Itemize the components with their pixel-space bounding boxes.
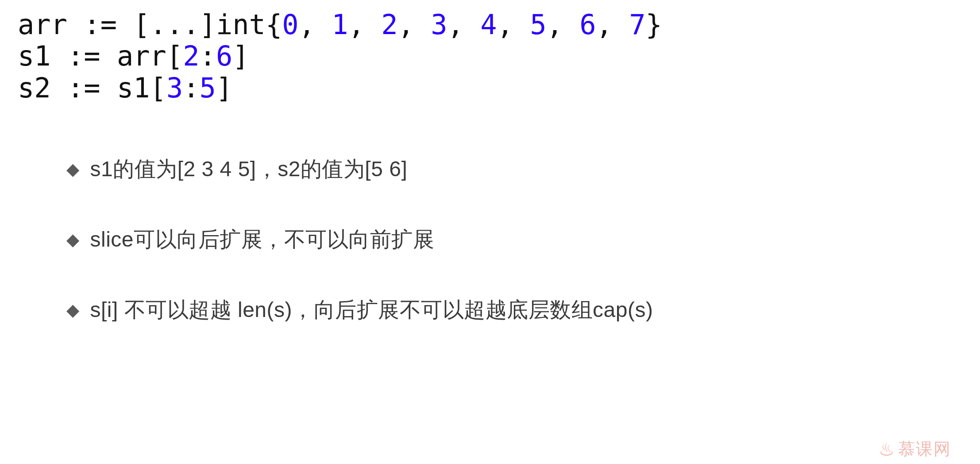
watermark: ♨ 慕课网 <box>879 438 951 460</box>
flame-icon: ♨ <box>879 439 895 460</box>
bullet-item: ◆ s1的值为[2 3 4 5]，s2的值为[5 6] <box>66 155 653 183</box>
bullet-item: ◆ s[i] 不可以超越 len(s)，向后扩展不可以超越底层数组cap(s) <box>66 296 653 324</box>
diamond-icon: ◆ <box>66 159 80 179</box>
diamond-icon: ◆ <box>66 300 80 320</box>
code-block: arr := [...]int{0, 1, 2, 3, 4, 5, 6, 7} … <box>18 9 662 104</box>
code-line-1: arr := [...]int{0, 1, 2, 3, 4, 5, 6, 7} <box>18 8 662 41</box>
code-line-2: s1 := arr[2:6] <box>18 40 249 72</box>
watermark-text: 慕课网 <box>898 438 951 460</box>
bullet-item: ◆ slice可以向后扩展，不可以向前扩展 <box>66 225 653 254</box>
bullet-text: s1的值为[2 3 4 5]，s2的值为[5 6] <box>90 155 408 183</box>
bullet-list: ◆ s1的值为[2 3 4 5]，s2的值为[5 6] ◆ slice可以向后扩… <box>66 155 653 366</box>
bullet-text: s[i] 不可以超越 len(s)，向后扩展不可以超越底层数组cap(s) <box>90 296 653 324</box>
code-line-3: s2 := s1[3:5] <box>18 72 232 104</box>
diamond-icon: ◆ <box>66 230 80 249</box>
bullet-text: slice可以向后扩展，不可以向前扩展 <box>90 225 435 254</box>
